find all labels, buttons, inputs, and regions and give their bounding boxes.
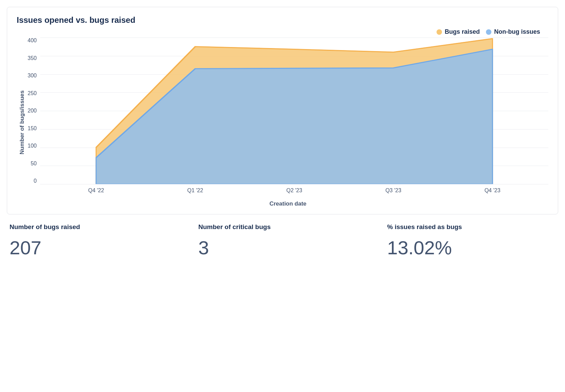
legend-item-nonbug: Non-bug issues bbox=[486, 28, 540, 35]
x-tick: Q4 '23 bbox=[485, 187, 501, 194]
x-tick: Q4 '22 bbox=[88, 187, 104, 194]
chart-legend: Bugs raised Non-bug issues bbox=[17, 28, 548, 35]
chart-area-svg bbox=[40, 37, 548, 184]
chart-body: Number of bugs/issues 400350300250200150… bbox=[17, 37, 548, 207]
chart-title: Issues opened vs. bugs raised bbox=[17, 15, 548, 25]
x-axis-label: Creation date bbox=[28, 200, 548, 207]
legend-swatch-nonbug bbox=[486, 29, 491, 35]
chart-plot-area bbox=[40, 37, 548, 184]
stat-critical-bugs: Number of critical bugs 3 bbox=[198, 223, 367, 257]
stat-label: % issues raised as bugs bbox=[387, 223, 555, 231]
stat-label: Number of bugs raised bbox=[10, 223, 178, 231]
y-tick: 150 bbox=[28, 125, 37, 132]
x-tick: Q1 '22 bbox=[187, 187, 203, 194]
gridline bbox=[40, 184, 548, 184]
y-tick: 200 bbox=[28, 108, 37, 114]
y-tick: 400 bbox=[28, 37, 37, 44]
y-tick: 250 bbox=[28, 90, 37, 96]
x-axis-ticks: Q4 '22Q1 '22Q2 '23Q3 '23Q4 '23 bbox=[40, 187, 548, 194]
stat-percent-bugs: % issues raised as bugs 13.02% bbox=[387, 223, 555, 257]
y-tick: 300 bbox=[28, 73, 37, 79]
y-axis-ticks: 400350300250200150100500 bbox=[28, 37, 40, 184]
stats-row: Number of bugs raised 207 Number of crit… bbox=[7, 223, 558, 257]
x-tick: Q2 '23 bbox=[286, 187, 302, 194]
legend-label-bugs: Bugs raised bbox=[445, 28, 480, 35]
area-series bbox=[96, 49, 492, 184]
stat-value: 3 bbox=[198, 238, 367, 257]
stat-value: 207 bbox=[10, 238, 178, 257]
y-tick: 0 bbox=[34, 178, 37, 184]
stat-label: Number of critical bugs bbox=[198, 223, 367, 231]
y-tick: 50 bbox=[31, 161, 37, 167]
x-tick: Q3 '23 bbox=[385, 187, 401, 194]
legend-label-nonbug: Non-bug issues bbox=[494, 28, 540, 35]
legend-item-bugs: Bugs raised bbox=[437, 28, 480, 35]
y-tick: 100 bbox=[28, 143, 37, 149]
stat-value: 13.02% bbox=[387, 238, 555, 257]
legend-swatch-bugs bbox=[437, 29, 442, 35]
chart-card: Issues opened vs. bugs raised Bugs raise… bbox=[7, 7, 558, 214]
y-axis-label: Number of bugs/issues bbox=[17, 37, 28, 207]
stat-bugs-raised: Number of bugs raised 207 bbox=[10, 223, 178, 257]
y-tick: 350 bbox=[28, 55, 37, 61]
